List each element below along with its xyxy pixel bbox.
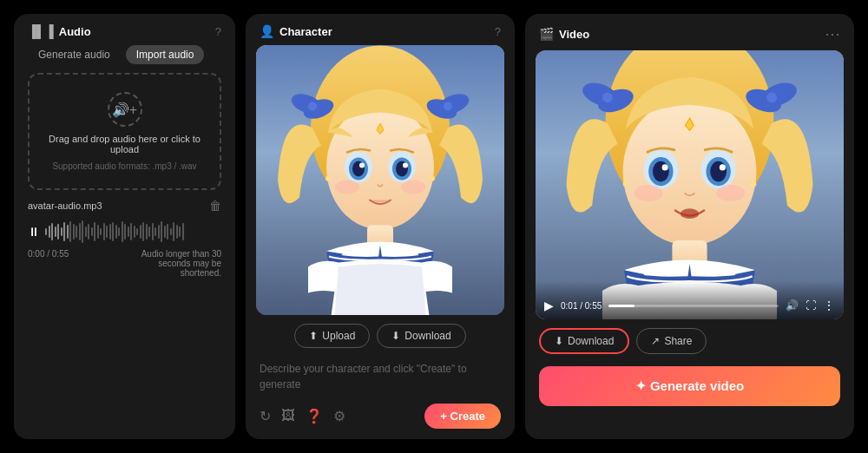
audio-time-warning: Audio longer than 30 seconds may be shor… <box>117 249 221 278</box>
refresh-icon[interactable]: ↻ <box>260 408 271 424</box>
video-time: 0:01 / 0:55 <box>561 301 602 311</box>
video-container: ▶ 0:01 / 0:55 🔊 ⛶ ⋮ <box>536 50 844 319</box>
upload-character-btn[interactable]: ⬆ Upload <box>294 324 370 348</box>
upload-text: Drag and drop audio here or click to upl… <box>40 134 209 154</box>
wave-bar <box>128 226 129 237</box>
character-panel-title: Character <box>279 25 332 38</box>
video-controls-more-icon[interactable]: ⋮ <box>823 299 835 312</box>
wave-bar <box>76 226 77 238</box>
video-fullscreen-icon[interactable]: ⛶ <box>806 299 816 312</box>
svg-point-38 <box>720 164 726 170</box>
wave-bar <box>79 223 81 240</box>
svg-point-12 <box>359 163 365 168</box>
wave-bar <box>124 224 126 240</box>
wave-bar <box>122 221 123 242</box>
video-volume-icon[interactable]: 🔊 <box>786 299 799 312</box>
panels-container: ▐▌▐ Audio ? Generate audio Import audio … <box>0 0 868 453</box>
wave-bar <box>49 226 50 238</box>
svg-point-39 <box>681 208 699 219</box>
wave-bar <box>115 225 117 239</box>
character-toolbar: ↻ 🖼 ❓ ⚙ + Create <box>246 397 515 439</box>
upload-plus-icon: 🔊+ <box>112 102 137 118</box>
video-panel: 🎬 Video ⋯ <box>525 14 854 439</box>
audio-title-row: ▐▌▐ Audio <box>28 24 91 38</box>
audio-tab-row: Generate audio Import audio <box>14 45 235 73</box>
video-frame <box>536 50 844 319</box>
video-icon: 🎬 <box>539 27 554 41</box>
toolbar-left-icons: ↻ 🖼 ❓ ⚙ <box>260 408 345 424</box>
video-action-buttons: ⬇ Download ↗ Share <box>525 319 854 361</box>
audio-panel-title: Audio <box>59 25 91 38</box>
audio-panel: ▐▌▐ Audio ? Generate audio Import audio … <box>14 14 235 439</box>
waveform-row: ⏸ <box>14 216 235 247</box>
video-more-icon[interactable]: ⋯ <box>825 24 840 43</box>
wave-bar <box>118 227 120 236</box>
video-play-btn[interactable]: ▶ <box>544 299 554 312</box>
delete-audio-icon[interactable]: 🗑 <box>209 199 221 213</box>
svg-point-44 <box>750 181 756 187</box>
wave-bar <box>88 224 89 240</box>
svg-point-43 <box>623 181 629 187</box>
wave-bar <box>148 226 150 237</box>
share-icon: ↗ <box>651 335 660 347</box>
svg-point-4 <box>308 102 317 111</box>
share-video-btn[interactable]: ↗ Share <box>636 328 707 354</box>
audio-info-icon[interactable]: ? <box>215 25 221 38</box>
character-panel: 👤 Character ? <box>246 14 515 439</box>
wave-bar <box>140 225 141 239</box>
create-character-btn[interactable]: + Create <box>424 404 501 429</box>
upload-icon-circle: 🔊+ <box>108 92 142 127</box>
wave-bar <box>82 220 83 243</box>
audio-time: 0:00 / 0:55 <box>28 249 69 259</box>
wave-bar <box>51 223 53 240</box>
character-image-container <box>256 45 504 315</box>
svg-point-21 <box>430 176 435 181</box>
wave-bar <box>69 221 71 242</box>
svg-point-20 <box>326 176 331 181</box>
wave-bar <box>142 222 144 241</box>
generate-video-btn[interactable]: ✦ Generate video <box>539 366 840 406</box>
wave-bar <box>100 228 102 235</box>
download-video-btn[interactable]: ⬇ Download <box>539 328 629 354</box>
svg-point-37 <box>710 161 727 182</box>
audio-file-row: avatar-audio.mp3 🗑 <box>14 190 235 216</box>
audio-filename: avatar-audio.mp3 <box>28 200 102 211</box>
svg-point-16 <box>403 163 408 168</box>
video-panel-header: 🎬 Video ⋯ <box>525 14 854 50</box>
character-info-icon[interactable]: ? <box>495 25 501 38</box>
settings-icon[interactable]: ⚙ <box>333 408 345 424</box>
wave-bar <box>57 224 59 240</box>
time-row: 0:00 / 0:55 Audio longer than 30 seconds… <box>14 247 235 285</box>
svg-point-18 <box>401 181 425 194</box>
wave-bar <box>61 227 62 236</box>
character-buttons: ⬆ Upload ⬇ Download <box>246 315 515 355</box>
svg-point-33 <box>653 161 669 182</box>
wave-bar <box>67 225 69 239</box>
download-char-icon: ⬇ <box>391 330 400 342</box>
wave-bar <box>109 224 111 240</box>
video-preview: ▶ 0:01 / 0:55 🔊 ⛶ ⋮ <box>536 50 844 319</box>
wave-bar <box>146 224 148 240</box>
wave-bar <box>91 227 93 236</box>
video-progress-bar[interactable] <box>608 305 779 307</box>
tab-generate-audio[interactable]: Generate audio <box>28 45 121 64</box>
help-circle-icon[interactable]: ❓ <box>306 408 323 424</box>
wave-bar <box>45 228 47 235</box>
wave-bar <box>63 222 65 241</box>
video-controls: ▶ 0:01 / 0:55 🔊 ⛶ ⋮ <box>536 281 844 319</box>
audio-play-btn[interactable]: ⏸ <box>28 225 40 239</box>
audio-waveform <box>45 220 221 244</box>
wave-bar <box>106 226 108 238</box>
upload-subtext: Supported audio formats: .mp3 / .wav <box>52 161 196 171</box>
svg-point-34 <box>662 164 668 170</box>
audio-panel-header: ▐▌▐ Audio ? <box>14 14 235 45</box>
wave-bar <box>182 223 184 240</box>
download-character-btn[interactable]: ⬇ Download <box>377 324 465 348</box>
tab-import-audio[interactable]: Import audio <box>126 45 205 64</box>
wave-bar <box>97 225 99 239</box>
wave-bar <box>130 223 132 240</box>
character-image <box>256 45 504 315</box>
wave-bar <box>167 224 168 240</box>
image-edit-icon[interactable]: 🖼 <box>281 408 295 424</box>
audio-upload-zone[interactable]: 🔊+ Drag and drop audio here or click to … <box>28 73 221 190</box>
